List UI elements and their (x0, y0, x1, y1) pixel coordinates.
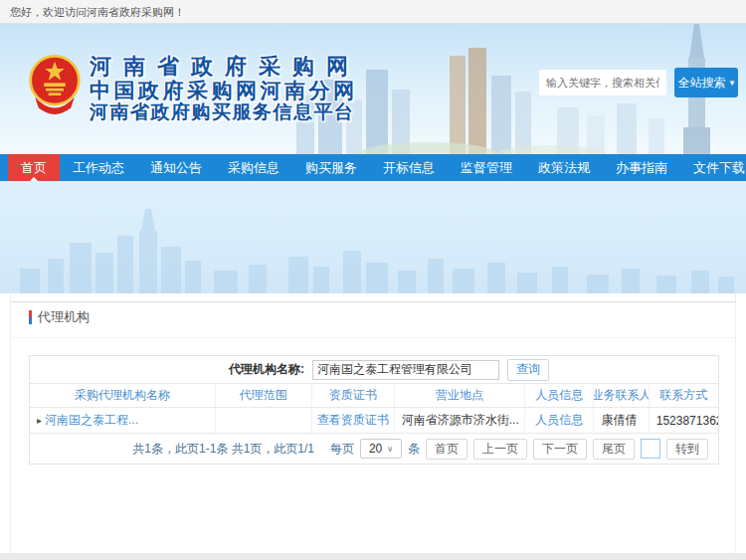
last-page-button[interactable]: 尾页 (593, 439, 635, 460)
nav-item-procurement-info[interactable]: 采购信息 (215, 154, 292, 181)
national-emblem-logo (28, 54, 82, 119)
page: 您好，欢迎访问河南省政府采购网！ (0, 0, 746, 560)
nav-item-guides[interactable]: 办事指南 (603, 154, 680, 181)
col-header-certificate: 资质证书 (312, 384, 395, 407)
welcome-text: 您好，欢迎访问河南省政府采购网！ (10, 6, 185, 18)
section-header: 代理机构 (29, 307, 90, 327)
agency-search-form: 代理机构名称: 查询 (30, 356, 718, 384)
agency-name-input[interactable] (312, 360, 499, 380)
personnel-cell: 人员信息 (525, 408, 594, 433)
goto-button[interactable]: 转到 (666, 439, 708, 460)
pagination-summary: 共1条，此页1-1条 共1页，此页1/1 (132, 441, 314, 458)
col-header-location: 营业地点 (395, 384, 525, 407)
title-marker (29, 310, 32, 324)
agency-name-label: 代理机构名称: (229, 361, 304, 378)
per-page-label: 每页 (330, 441, 354, 458)
nav-item-notices[interactable]: 通知公告 (137, 154, 215, 181)
first-page-button[interactable]: 首页 (426, 439, 467, 460)
col-header-phone: 联系方式 (650, 384, 718, 407)
section-underline (11, 337, 735, 338)
col-header-agency-name: 采购代理机构名称 (30, 384, 216, 407)
nav-item-home[interactable]: 首页 (8, 154, 60, 181)
goto-page-input[interactable] (641, 439, 660, 459)
personnel-info-link[interactable]: 人员信息 (535, 412, 583, 429)
contact-person-cell: 康倩倩 (594, 408, 649, 433)
nav-item-policies[interactable]: 政策法规 (525, 154, 603, 181)
scope-cell (216, 408, 312, 433)
nav-item-downloads[interactable]: 文件下载 (680, 154, 746, 181)
agency-table: 代理机构名称: 查询 采购代理机构名称 代理范围 资质证书 营业地点 人员信息 … (29, 355, 719, 465)
phone-cell: 15238713622 (650, 408, 718, 433)
table-header-row: 采购代理机构名称 代理范围 资质证书 营业地点 人员信息 业务联系人 联系方式 (30, 384, 718, 408)
expand-arrow-icon[interactable]: ▸ (37, 415, 42, 426)
table-row: ▸ 河南国之泰工程... 查看资质证书 河南省济源市济水街... 人员信息 康倩… (30, 408, 718, 434)
footer-strip (0, 553, 746, 560)
per-page-value: 20 (369, 442, 382, 456)
site-brand: 河南省政府采购网 中国政府采购网河南分网 河南省政府购买服务信息平台 (28, 54, 360, 123)
site-title-main: 河南省政府采购网 (90, 55, 360, 79)
select-chevron-icon: ∨ (387, 445, 393, 454)
pagination-bar: 共1条，此页1-1条 共1页，此页1/1 每页 20 ∨ 条 首页 上一页 下一… (30, 434, 718, 464)
search-input[interactable] (539, 70, 666, 95)
topbar: 您好，欢迎访问河南省政府采购网！ (0, 0, 746, 24)
page-title: 代理机构 (38, 308, 90, 326)
main-nav: 首页 工作动态 通知公告 采购信息 购买服务 开标信息 监督管理 政策法规 办事… (0, 154, 746, 181)
nav-item-purchase-services[interactable]: 购买服务 (292, 154, 370, 181)
next-page-button[interactable]: 下一页 (533, 439, 587, 460)
view-certificate-link[interactable]: 查看资质证书 (317, 412, 389, 429)
col-header-scope: 代理范围 (216, 384, 312, 407)
search-button[interactable]: 全站搜索 ▾ (674, 68, 738, 97)
col-header-personnel: 人员信息 (525, 384, 594, 407)
col-header-contact: 业务联系人 (594, 384, 649, 407)
location-cell: 河南省济源市济水街... (395, 408, 525, 433)
prev-page-button[interactable]: 上一页 (473, 439, 527, 460)
nav-item-bid-opening[interactable]: 开标信息 (370, 154, 448, 181)
certificate-cell: 查看资质证书 (312, 408, 395, 433)
agency-name-link[interactable]: 河南国之泰工程... (45, 412, 138, 429)
site-title-sub2: 河南省政府购买服务信息平台 (90, 101, 360, 123)
per-page-select[interactable]: 20 ∨ (360, 439, 402, 459)
main-content: 代理机构 代理机构名称: 查询 采购代理机构名称 代理范围 资质证书 营业地点 … (10, 293, 736, 553)
query-button[interactable]: 查询 (507, 359, 549, 381)
site-search: 全站搜索 ▾ (539, 68, 738, 97)
agency-name-cell: ▸ 河南国之泰工程... (30, 408, 216, 433)
site-header: 河南省政府采购网 中国政府采购网河南分网 河南省政府购买服务信息平台 全站搜索 … (0, 24, 746, 154)
nav-item-work-news[interactable]: 工作动态 (60, 154, 137, 181)
site-titles: 河南省政府采购网 中国政府采购网河南分网 河南省政府购买服务信息平台 (90, 54, 360, 123)
content-divider (11, 301, 735, 302)
nav-item-supervision[interactable]: 监督管理 (448, 154, 525, 181)
search-button-label: 全站搜索 (678, 75, 726, 92)
chevron-down-icon: ▾ (730, 79, 735, 88)
site-title-sub1: 中国政府采购网河南分网 (90, 79, 360, 101)
slogan-banner: 公开 公平 公正 诚信 (0, 181, 746, 293)
per-page-unit: 条 (408, 441, 420, 458)
skyline-illustration (0, 181, 746, 293)
